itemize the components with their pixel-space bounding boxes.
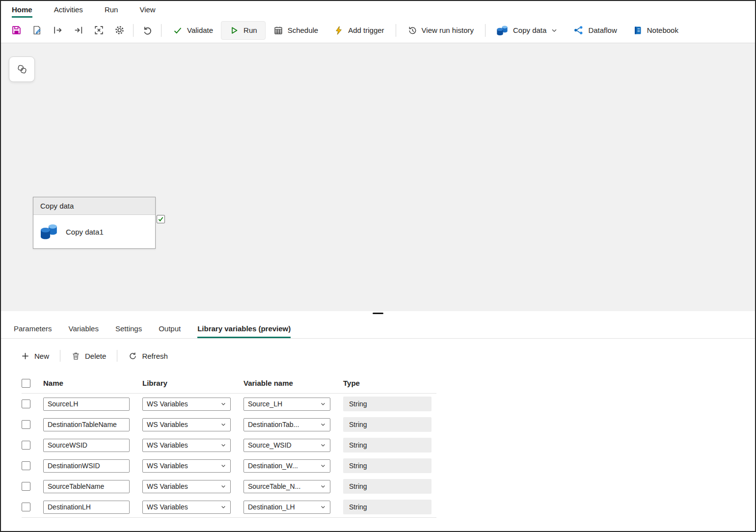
validate-button[interactable]: Validate — [165, 21, 221, 40]
copy-data-activity-card[interactable]: Copy data Copy data1 — [33, 197, 156, 249]
dataflow-button[interactable]: Dataflow — [566, 21, 624, 40]
library-dropdown[interactable]: WS Variables — [142, 418, 231, 431]
copy-data-database-icon — [41, 223, 58, 240]
toolbar-divider — [485, 24, 486, 37]
lightning-icon — [334, 26, 344, 35]
menu-tab-activities[interactable]: Activities — [54, 1, 83, 18]
refresh-icon — [128, 351, 137, 361]
dataflow-label: Dataflow — [588, 26, 617, 34]
activity-name-label: Copy data1 — [66, 228, 104, 236]
refresh-button[interactable]: Refresh — [126, 347, 170, 365]
tab-output[interactable]: Output — [159, 319, 181, 338]
chevron-down-icon — [220, 483, 226, 489]
row-checkbox[interactable] — [22, 399, 30, 408]
library-dropdown[interactable]: WS Variables — [142, 398, 231, 411]
delete-label: Delete — [85, 352, 106, 360]
save-icon — [11, 25, 22, 35]
library-variables-table: Name Library Variable name Type WS Varia… — [22, 373, 436, 518]
variable-name-dropdown[interactable]: SourceTable_N... — [243, 480, 330, 493]
row-checkbox[interactable] — [22, 441, 30, 450]
column-header-variable-name: Variable name — [243, 379, 343, 387]
add-trigger-label: Add trigger — [348, 26, 384, 34]
schedule-button[interactable]: Schedule — [266, 21, 326, 40]
pipeline-editor-window: Home Activities Run View — [0, 0, 756, 532]
run-play-icon — [229, 26, 239, 35]
column-header-type: Type — [343, 379, 436, 387]
splitter-drag-handle[interactable] — [373, 313, 383, 314]
activity-card-header: Copy data — [33, 197, 155, 215]
save-button[interactable] — [6, 21, 27, 40]
variable-name-input[interactable] — [43, 459, 130, 473]
run-button[interactable]: Run — [221, 21, 266, 40]
refresh-label: Refresh — [142, 352, 168, 360]
settings-button[interactable] — [109, 21, 130, 40]
import-button[interactable] — [68, 21, 88, 40]
variable-name-dropdown-value: Source_LH — [248, 400, 282, 408]
variable-name-input[interactable] — [43, 480, 130, 493]
chevron-down-icon — [320, 483, 326, 489]
library-dropdown-value: WS Variables — [147, 462, 188, 470]
tab-settings[interactable]: Settings — [115, 319, 142, 338]
row-checkbox[interactable] — [22, 420, 30, 429]
delete-variable-button[interactable]: Delete — [69, 347, 108, 365]
variable-type-field: String — [343, 397, 432, 411]
edit-button[interactable] — [27, 21, 47, 40]
fit-to-screen-icon — [94, 25, 104, 35]
fit-to-screen-button[interactable] — [88, 21, 109, 40]
add-trigger-button[interactable]: Add trigger — [326, 21, 392, 40]
library-dropdown-value: WS Variables — [147, 400, 188, 408]
library-dropdown[interactable]: WS Variables — [142, 439, 231, 452]
variable-name-dropdown[interactable]: Destination_LH — [243, 501, 330, 514]
variable-name-input[interactable] — [43, 439, 130, 452]
chevron-down-icon — [320, 401, 326, 407]
row-checkbox[interactable] — [22, 482, 30, 491]
checkmark-icon — [158, 216, 164, 222]
activity-type-label: Copy data — [40, 202, 74, 210]
export-arrow-icon — [53, 25, 63, 35]
variable-type-field: String — [343, 479, 432, 494]
column-header-library: Library — [142, 379, 243, 387]
library-dropdown[interactable]: WS Variables — [142, 501, 231, 514]
menu-tab-view[interactable]: View — [139, 1, 155, 18]
new-variable-button[interactable]: New — [19, 347, 51, 365]
variable-name-input[interactable] — [43, 501, 130, 514]
undo-icon — [142, 25, 153, 35]
chevron-down-icon — [220, 422, 226, 427]
variable-name-dropdown[interactable]: DestinationTab... — [243, 418, 330, 431]
variable-name-dropdown[interactable]: Source_WSID — [243, 439, 330, 452]
chevron-down-icon — [551, 27, 558, 34]
toolbar-divider — [161, 24, 162, 37]
pipeline-canvas[interactable]: Copy data Copy data1 — [1, 43, 755, 311]
trash-icon — [71, 351, 81, 361]
export-button[interactable] — [47, 21, 68, 40]
copilot-button[interactable] — [9, 56, 35, 82]
notebook-button[interactable]: Notebook — [625, 21, 686, 40]
actions-divider — [60, 350, 60, 362]
chevron-down-icon — [320, 463, 326, 469]
copy-data-menu-button[interactable]: Copy data — [489, 21, 566, 40]
variable-name-input[interactable] — [43, 398, 130, 411]
properties-panel-tabs: Parameters Variables Settings Output Lib… — [1, 319, 755, 339]
library-dropdown[interactable]: WS Variables — [142, 459, 231, 473]
table-row: WS Variables DestinationTab... String — [22, 414, 436, 435]
library-dropdown[interactable]: WS Variables — [142, 480, 231, 493]
chevron-down-icon — [220, 463, 226, 469]
tab-library-variables[interactable]: Library variables (preview) — [197, 319, 291, 338]
variable-name-dropdown[interactable]: Destination_W... — [243, 459, 330, 473]
variable-name-input[interactable] — [43, 418, 130, 431]
library-dropdown-value: WS Variables — [147, 503, 188, 511]
view-run-history-label: View run history — [422, 26, 474, 34]
view-run-history-button[interactable]: View run history — [400, 21, 482, 40]
tab-variables[interactable]: Variables — [69, 319, 99, 338]
menu-tab-run[interactable]: Run — [105, 1, 118, 18]
row-checkbox[interactable] — [22, 461, 30, 470]
menu-tab-home[interactable]: Home — [12, 1, 32, 18]
select-all-checkbox[interactable] — [22, 379, 30, 388]
variable-name-dropdown[interactable]: Source_LH — [243, 398, 330, 411]
chevron-down-icon — [320, 442, 326, 448]
tab-parameters[interactable]: Parameters — [14, 319, 52, 338]
undo-button[interactable] — [137, 21, 158, 40]
activity-state-checkbox[interactable] — [157, 215, 165, 223]
toolbar-divider — [133, 24, 134, 37]
row-checkbox[interactable] — [22, 503, 30, 511]
